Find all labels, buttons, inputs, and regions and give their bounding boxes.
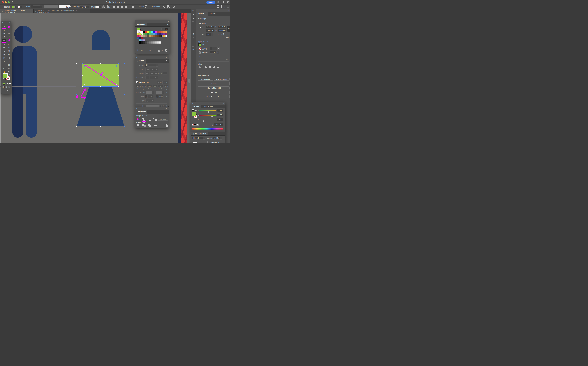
free-transform-tool[interactable]: ▱ <box>7 46 11 49</box>
swatch[interactable] <box>137 33 139 35</box>
panel-menu-icon[interactable]: ≡ <box>167 24 168 26</box>
tab-pathfinder[interactable]: Pathfinder <box>135 110 147 114</box>
scissors-tool[interactable]: ✂ <box>7 43 11 46</box>
constrain-proportions-icon[interactable]: ⧉ <box>227 26 230 32</box>
swatch[interactable] <box>143 41 145 44</box>
swatch[interactable] <box>143 39 145 41</box>
swatch[interactable] <box>165 33 167 35</box>
grid-view-button[interactable]: ⊞ <box>165 28 168 30</box>
brush-preview[interactable]: Basic <box>60 5 70 8</box>
slice-tool[interactable]: ✄ <box>7 67 11 70</box>
puppet-warp-tool[interactable]: ⊡ <box>7 49 11 53</box>
gradient-mode-button[interactable] <box>5 83 8 85</box>
selection-handle[interactable] <box>124 94 125 95</box>
swatch[interactable] <box>137 31 139 33</box>
swatch[interactable] <box>145 35 147 37</box>
swatch[interactable] <box>159 35 161 37</box>
pathfinder-crop-button[interactable] <box>153 124 157 127</box>
corner-radius-widget[interactable] <box>84 84 85 85</box>
figure-male-leg-right[interactable] <box>26 94 37 137</box>
chevron-down-icon[interactable]: ▾ <box>211 33 213 36</box>
align-right-icon[interactable] <box>213 66 215 68</box>
pathfinder-outline-button[interactable] <box>159 124 162 127</box>
swatch[interactable] <box>143 33 145 35</box>
swatch[interactable] <box>165 35 167 37</box>
swatch[interactable] <box>149 35 151 37</box>
swatch[interactable] <box>151 41 153 44</box>
stroke-weight-label[interactable]: Stroke: <box>25 6 30 8</box>
chevron-right-icon[interactable]: › <box>87 6 89 8</box>
more-options-icon[interactable]: ••• <box>226 70 229 72</box>
close-tab-icon[interactable]: × <box>2 10 3 12</box>
swatch[interactable] <box>159 31 161 33</box>
expand-shape-button[interactable]: Expand Shape <box>214 78 230 81</box>
magic-wand-tool[interactable]: ✦ <box>2 29 6 32</box>
close-icon[interactable]: × <box>136 56 137 59</box>
align-left-icon[interactable] <box>113 6 116 8</box>
character-panel-icon[interactable]: A∣ <box>191 48 196 50</box>
doc-tab-active[interactable]: × UofA Infographic* @ 150 % (RGB/Preview… <box>0 9 34 13</box>
swatch[interactable] <box>159 33 161 35</box>
list-view-button[interactable]: ☰ <box>161 28 165 30</box>
shape-properties-icon[interactable] <box>145 5 148 8</box>
panel-menu-icon[interactable]: ≡ <box>166 60 167 62</box>
align-to-pixel-grid-button[interactable]: Align to Pixel Grid <box>198 86 230 89</box>
selection-handle[interactable] <box>100 126 101 127</box>
color-fill-stroke-indicator[interactable] <box>192 112 198 117</box>
swatch[interactable] <box>139 41 141 44</box>
shape-builder-tool[interactable]: ⊕ <box>2 53 6 56</box>
arrange-button[interactable]: Arrange <box>198 82 230 85</box>
stepper-icon[interactable]: ▲▼ <box>31 5 33 8</box>
swatch[interactable] <box>157 33 159 35</box>
swatch[interactable] <box>159 41 161 44</box>
h-field[interactable]: 0.8371 in <box>218 29 227 32</box>
swatch[interactable] <box>155 41 157 44</box>
document-setup-icon[interactable]: ▾ <box>107 5 110 8</box>
corner-radius-widget[interactable] <box>116 65 117 67</box>
stroke-color-dropdown[interactable]: ▾ <box>18 6 22 8</box>
add-to-library-icon[interactable]: ⇱ <box>141 49 143 52</box>
swatch[interactable] <box>139 39 141 41</box>
stroke-none-swatch[interactable] <box>18 6 20 8</box>
shaper-tool[interactable]: ∿ <box>2 49 6 53</box>
selection-handle[interactable] <box>100 63 101 64</box>
swatch[interactable] <box>153 31 155 33</box>
selection-handle[interactable] <box>124 63 125 64</box>
graph-tool[interactable]: ılı <box>7 63 11 67</box>
align-h-center-icon[interactable] <box>117 6 119 8</box>
draw-inside-button[interactable]: ◉ <box>8 86 11 88</box>
swatch[interactable] <box>139 35 141 37</box>
lasso-tool[interactable]: ➣ <box>7 29 11 32</box>
selection-handle[interactable] <box>124 126 125 127</box>
hand-tool[interactable]: ☝ <box>2 70 6 73</box>
align-left-icon[interactable] <box>205 66 207 68</box>
make-mask-button[interactable]: Make Mask <box>208 141 223 144</box>
align-bottom-icon[interactable] <box>225 66 228 68</box>
fill-swatch[interactable] <box>12 6 15 8</box>
stroke-weight-value[interactable] <box>33 5 40 8</box>
angle-field[interactable]: 0° <box>206 33 211 36</box>
shape-mode-exclude-button[interactable] <box>153 117 157 121</box>
align-dash-button[interactable]: [‑ ‑] <box>163 81 168 84</box>
flip-vertical-icon[interactable]: ▼▲ <box>223 33 224 35</box>
swatch[interactable] <box>161 31 163 33</box>
preserve-dash-button[interactable]: ⌐‑ ‑¬ <box>157 81 163 84</box>
align-h-center-icon[interactable] <box>209 66 211 68</box>
flip-horizontal-icon[interactable]: ▷∣◁ <box>218 34 222 36</box>
artboards-panel-icon[interactable]: ❏ <box>191 42 196 45</box>
mesh-tool[interactable]: ⊞ <box>2 56 6 60</box>
resize-grip[interactable] <box>149 53 156 53</box>
figure-male-head[interactable] <box>14 26 32 43</box>
chevron-down-icon[interactable]: ▾ <box>70 5 71 8</box>
figure-female-head[interactable] <box>92 30 110 50</box>
appearance-stroke-swatch[interactable] <box>199 47 201 50</box>
hex-field[interactable]: 8CC63F <box>214 123 223 126</box>
swatch[interactable] <box>149 33 151 35</box>
selection-handle[interactable] <box>76 63 77 64</box>
none-black-white-swatches[interactable] <box>192 123 199 126</box>
global-edit-options-icon[interactable]: ▾ <box>227 95 230 98</box>
align-v-center-icon[interactable] <box>128 6 131 8</box>
fill-green-mini[interactable] <box>192 112 196 116</box>
zoom-tool[interactable] <box>7 70 11 73</box>
swatch[interactable] <box>141 37 143 39</box>
